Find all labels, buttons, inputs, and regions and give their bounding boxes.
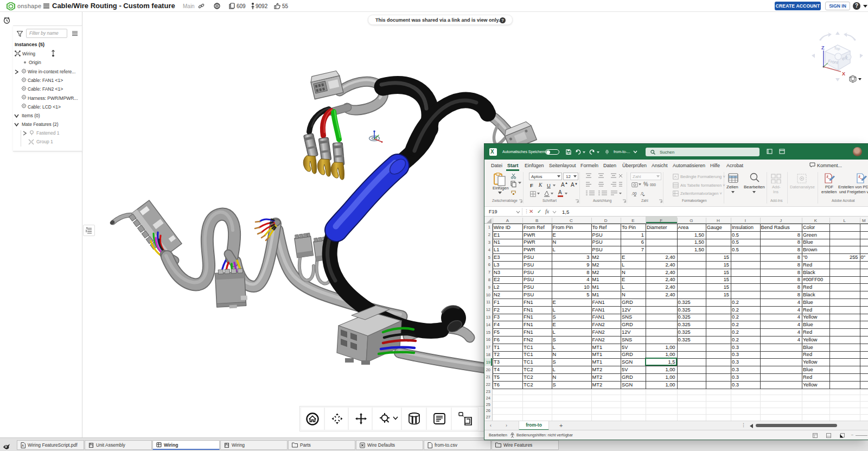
svg-text:,0: ,0: [640, 192, 643, 195]
svg-text:A: A: [22, 444, 24, 447]
svg-text:Z: Z: [821, 45, 825, 50]
svg-text:,00: ,00: [631, 192, 637, 195]
svg-text:X: X: [842, 71, 845, 77]
